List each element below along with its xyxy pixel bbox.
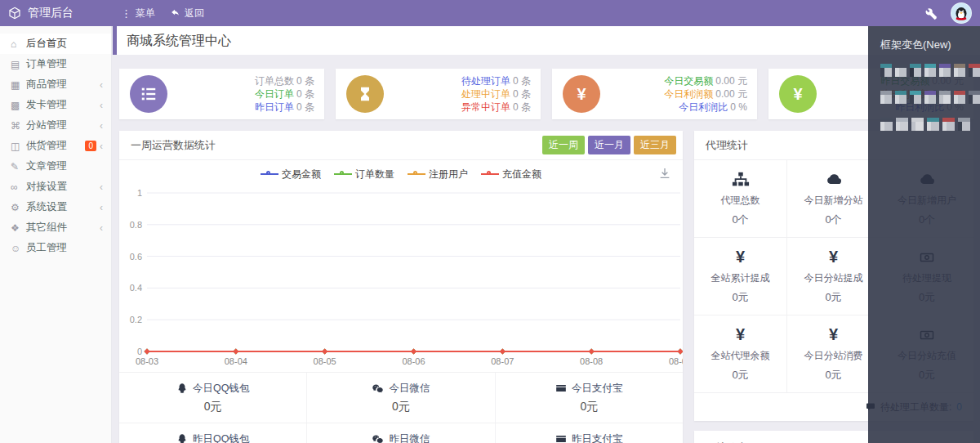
theme-swatch[interactable] [927,118,939,131]
svg-text:0.8: 0.8 [130,220,142,230]
theme-swatch[interactable] [880,118,893,131]
sitemap-icon [732,171,750,189]
stat-line: 昨日订单0 条 [255,101,314,114]
theme-swatch[interactable] [924,64,936,77]
svg-text:08-03: 08-03 [136,356,158,366]
theme-swatch[interactable] [939,64,951,77]
products-icon: ▦ [11,79,26,91]
legend-item-充值金额[interactable]: 充值金额 [481,168,541,181]
agent-cell-今日分站提成: ¥今日分站提成0元 [787,238,880,315]
stat-card-lines: 订单总数0 条今日订单0 条昨日订单0 条 [255,74,314,114]
theme-picker-title: 框架变色(New) [880,38,980,52]
range-button-近三月[interactable]: 近三月 [634,136,676,154]
stat-card-lines: 今日交易额0.00 元今日利润额0.00 元今日利润比0 % [664,74,747,114]
back-nav-item[interactable]: 返回 [170,7,204,20]
theme-swatch[interactable] [942,118,955,131]
svg-text:08-07: 08-07 [491,356,514,366]
theme-swatch[interactable] [880,64,892,77]
legend-item-订单数量[interactable]: 订单数量 [334,168,394,181]
theme-swatch[interactable] [880,91,892,104]
theme-swatch[interactable] [896,118,908,131]
agent-value: 0个 [732,213,748,227]
stat-cards-row: 订单总数0 条今日订单0 条昨日订单0 条待处理订单0 条处理中订单0 条异常中… [119,69,973,119]
theme-swatch[interactable] [958,118,970,131]
sidebar-item-商品管理[interactable]: ▦ 商品管理 ‹ [0,74,111,95]
hourglass-icon [346,75,384,113]
range-button-近一周[interactable]: 近一周 [542,136,585,154]
svg-text:08-09: 08-09 [669,356,683,366]
sidebar-item-发卡管理[interactable]: ▩ 发卡管理 ‹ [0,95,111,115]
theme-swatch[interactable] [954,91,965,104]
chevron-left-icon: ‹ [100,79,103,91]
sidebar-item-label: 供货管理 [26,139,85,153]
weekly-stats-panel: 一周运营数据统计 近一周近一月近三月 交易金额订单数量注册用户充值金额 10.8… [119,131,683,443]
staff-icon: ☺ [11,243,26,254]
theme-swatch[interactable] [911,118,924,131]
stat-line: 处理中订单0 条 [461,87,531,101]
theme-swatch[interactable] [924,91,936,104]
app-brand[interactable]: 管理后台 [0,6,111,20]
qq-icon [176,383,188,394]
agent-cell-今日分站消费: ¥今日分站消费0元 [787,315,880,393]
sidebar-item-label: 员工管理 [26,241,103,255]
theme-swatch[interactable] [954,64,965,77]
sidebar-item-员工管理[interactable]: ☺ 员工管理 [0,238,111,258]
sidebar-item-对接设置[interactable]: ∞ 对接设置 ‹ [0,177,111,197]
sidebar-item-系统设置[interactable]: ⚙ 系统设置 ‹ [0,197,111,217]
card-grid-icon: ▩ [11,100,26,111]
ordered-list-icon [130,75,167,113]
sidebar-item-其它组件[interactable]: ❖ 其它组件 ‹ [0,217,111,238]
theme-swatch[interactable] [969,64,980,77]
sidebar-item-分站管理[interactable]: ⌘ 分站管理 ‹ [0,115,111,136]
payment-value: 0元 [204,400,222,414]
theme-swatch[interactable] [969,91,980,104]
range-button-近一月[interactable]: 近一月 [588,136,630,154]
stat-card: 订单总数0 条今日订单0 条昨日订单0 条 [119,69,324,119]
sidebar-item-文章管理[interactable]: ✎ 文章管理 [0,156,111,177]
stat-line: 今日订单0 条 [255,87,314,101]
chevron-left-icon: ‹ [100,202,103,213]
user-avatar[interactable] [951,2,972,24]
theme-swatch[interactable] [895,91,906,104]
sidebar-item-订单管理[interactable]: ▤ 订单管理 [0,54,111,74]
svg-text:0.2: 0.2 [130,315,142,324]
menu-nav-item[interactable]: ⋮ 菜单 [121,7,155,20]
svg-text:08-06: 08-06 [402,356,425,366]
link-icon: ∞ [11,181,26,193]
theme-swatch-rows [880,64,980,131]
download-icon[interactable] [658,167,671,180]
theme-swatch-row [880,91,980,104]
back-arrow-icon [170,8,180,19]
theme-picker-panel: 框架变色(New) [868,26,980,443]
agent-label: 今日新增分站 [804,194,863,208]
legend-item-交易金额[interactable]: 交易金额 [261,168,321,181]
sidebar-item-label: 分站管理 [26,119,100,132]
theme-swatch[interactable] [910,91,921,104]
wrench-icon[interactable] [925,7,938,20]
stat-line: 今日交易额0.00 元 [664,74,747,87]
cube-logo-icon [8,7,21,20]
theme-swatch[interactable] [910,64,921,77]
main-content: 商城系统管理中心 订单总数0 条今日订单0 条昨日订单0 条待处理订单0 条处理… [113,26,980,443]
payment-stats: 今日QQ钱包0元今日微信0元今日支付宝0元昨日QQ钱包0元昨日微信0元昨日支付宝… [119,372,683,443]
line-chart-plot[interactable]: 10.80.60.40.2008-0308-0408-0508-0608-070… [119,188,683,372]
svg-text:1: 1 [137,188,142,198]
sidebar-item-后台首页[interactable]: ⌂ 后台首页 [0,34,111,54]
page-title-bar: 商城系统管理中心 [113,26,980,55]
agent-label: 全站累计提成 [711,271,770,285]
chevron-left-icon: ‹ [100,120,103,132]
chart-legend: 交易金额订单数量注册用户充值金额 [119,160,683,188]
theme-swatch[interactable] [895,64,906,77]
sidebar-item-供货管理[interactable]: ◫ 供货管理 0 ‹ [0,136,111,156]
topnav: ⋮ 菜单 返回 [111,7,204,20]
sidebar: ⌂ 后台首页 ▤ 订单管理 ▦ 商品管理 ‹ ▩ 发卡管理 ‹ ⌘ 分站管理 ‹… [0,26,112,443]
agent-cell-今日新增分站: 今日新增分站0个 [787,160,880,238]
payment-cell-昨日QQ钱包: 昨日QQ钱包0元 [119,423,306,443]
theme-swatch[interactable] [939,91,951,104]
legend-item-注册用户[interactable]: 注册用户 [408,168,468,181]
stat-line: 今日利润比0 % [664,101,747,114]
svg-text:08-08: 08-08 [580,356,603,366]
yuan-icon: ¥ [563,75,600,113]
alipay-icon [555,433,567,443]
topbar: 管理后台 ⋮ 菜单 返回 [0,0,980,26]
